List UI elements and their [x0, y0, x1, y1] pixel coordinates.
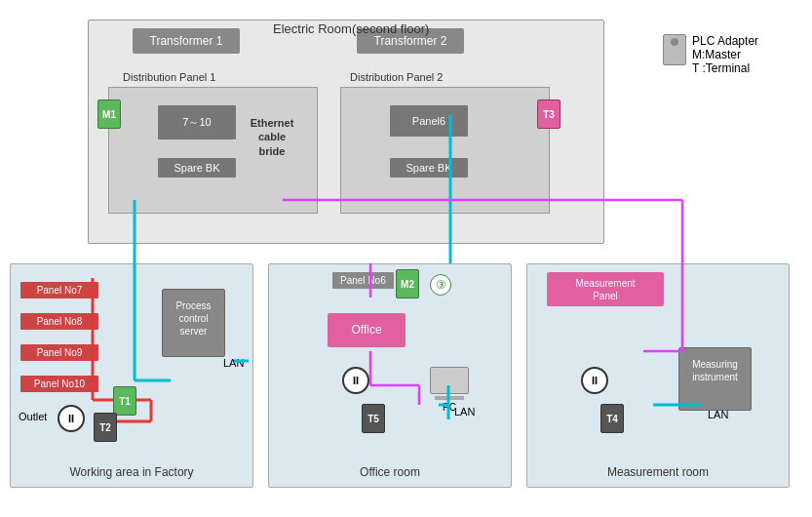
- measurement-panel-box: Measurement Panel: [547, 272, 664, 306]
- pc-stand: [435, 396, 464, 400]
- panel-no9-box: Panel No9: [20, 344, 98, 361]
- m1-adapter: M1: [97, 99, 121, 129]
- pc-monitor: [430, 367, 469, 394]
- plc-icon-dot: [671, 38, 678, 46]
- plc-terminal-label: T :Terminal: [692, 61, 758, 75]
- t5-adapter: T5: [362, 404, 385, 433]
- plc-adapter-icon: [663, 34, 686, 65]
- t1-adapter: T1: [113, 386, 136, 416]
- spare-bk2-label: Spare BK: [406, 162, 451, 174]
- spare-bk1-box: Spare BK: [158, 158, 236, 178]
- outlet-label: Outlet: [19, 411, 47, 422]
- panel-no7-label: Panel No7: [37, 285, 83, 296]
- process-server-label: Process control server: [175, 300, 211, 337]
- panel-no7-box: Panel No7: [20, 282, 98, 298]
- plc-adapter-label: PLC Adapter: [692, 34, 758, 48]
- dist-panel2-inner: Panel6 Spare BK T3: [340, 87, 550, 214]
- office-lan-label: LAN: [454, 406, 475, 418]
- panel-7-10-label: 7～10: [182, 116, 211, 128]
- panel-7-10-box: 7～10: [158, 105, 236, 139]
- panel-no9-label: Panel No9: [37, 347, 83, 358]
- diagram-container: Transformer 1 Transformer 2 Distribution…: [0, 0, 812, 517]
- meas-area-label: Measurement room: [527, 465, 789, 479]
- panel-no8-label: Panel No8: [37, 316, 83, 327]
- ethernet-label: Ethernet cable bride: [233, 116, 311, 158]
- electric-room: Transformer 1 Transformer 2 Distribution…: [88, 20, 604, 244]
- m2-adapter: M2: [396, 269, 419, 298]
- office-box-label: Office: [351, 323, 381, 337]
- electric-room-title: Electric Room(second floor): [273, 21, 429, 36]
- area-measurement: Measurement Panel II Measuring instrumen…: [526, 263, 790, 488]
- transformer2-label: Transformer 2: [374, 34, 447, 48]
- panel-no10-label: Panel No10: [34, 378, 85, 389]
- measuring-instrument-label: Measuring instrument: [692, 359, 738, 382]
- factory-area-label: Working area in Factory: [11, 465, 252, 479]
- circle-3: ③: [430, 274, 451, 296]
- meas-circuit-breaker: II: [581, 367, 608, 394]
- office-circuit-breaker: II: [342, 367, 369, 394]
- dist-panel1-label: Distribution Panel 1: [123, 71, 215, 83]
- measurement-panel-label: Measurement Panel: [575, 277, 635, 302]
- factory-lan-label: LAN: [223, 357, 244, 369]
- t4-adapter: T4: [600, 404, 624, 433]
- t2-adapter: T2: [94, 413, 117, 442]
- meas-lan-label: LAN: [708, 409, 728, 420]
- process-server-box: Process control server: [162, 289, 225, 357]
- panel-no6-office-label: Panel No6: [340, 275, 386, 286]
- measuring-instrument-box: Measuring instrument: [678, 347, 752, 411]
- panel-no6-office-box: Panel No6: [332, 272, 394, 289]
- plc-master-label: M:Master: [692, 48, 758, 61]
- panel-no8-box: Panel No8: [20, 313, 98, 330]
- spare-bk2-box: Spare BK: [390, 158, 468, 178]
- transformer1-box: Transformer 1: [133, 28, 240, 54]
- t3-adapter: T3: [537, 99, 561, 129]
- plc-legend: PLC Adapter M:Master T :Terminal: [663, 34, 758, 75]
- panel-no10-box: Panel No10: [20, 376, 98, 392]
- panel6-box: Panel6: [390, 105, 468, 137]
- office-box: Office: [328, 313, 406, 347]
- panel6-label: Panel6: [412, 115, 445, 127]
- area-factory: Panel No7 Panel No8 Panel No9 Panel No10…: [10, 263, 253, 488]
- outlet-circuit-breaker: II: [58, 405, 85, 432]
- area-office: Panel No6 M2 ③ Office II T5 PC LAN Offic…: [268, 263, 512, 488]
- spare-bk1-label: Spare BK: [174, 162, 219, 174]
- dist-panel2-label: Distribution Panel 2: [350, 71, 443, 83]
- transformer1-label: Transformer 1: [150, 34, 223, 48]
- office-area-label: Office room: [269, 465, 511, 479]
